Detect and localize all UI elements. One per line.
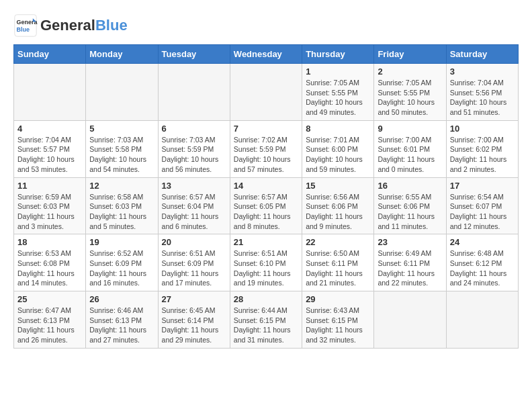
day-info: Sunrise: 7:05 AM Sunset: 5:55 PM Dayligh… (306, 78, 370, 118)
day-cell: 8Sunrise: 7:01 AM Sunset: 6:00 PM Daylig… (302, 120, 374, 177)
day-info: Sunrise: 7:04 AM Sunset: 5:56 PM Dayligh… (450, 78, 515, 118)
day-info: Sunrise: 6:44 AM Sunset: 6:15 PM Dayligh… (234, 306, 298, 345)
day-info: Sunrise: 6:47 AM Sunset: 6:13 PM Dayligh… (17, 306, 82, 345)
logo: General Blue GeneralBlue (13, 13, 128, 38)
logo-icon: General Blue (13, 13, 38, 38)
day-cell: 5Sunrise: 7:03 AM Sunset: 5:58 PM Daylig… (86, 120, 158, 177)
day-info: Sunrise: 7:03 AM Sunset: 5:58 PM Dayligh… (89, 135, 154, 175)
week-row-1: 1Sunrise: 7:05 AM Sunset: 5:55 PM Daylig… (14, 64, 519, 121)
day-info: Sunrise: 7:01 AM Sunset: 6:00 PM Dayligh… (306, 135, 370, 175)
day-number: 19 (89, 237, 154, 247)
calendar-body: 1Sunrise: 7:05 AM Sunset: 5:55 PM Daylig… (14, 64, 519, 349)
day-cell: 14Sunrise: 6:57 AM Sunset: 6:05 PM Dayli… (230, 177, 302, 234)
day-number: 11 (17, 181, 82, 191)
day-number: 5 (89, 124, 154, 134)
day-number: 4 (17, 124, 82, 134)
header-cell-monday: Monday (86, 45, 158, 64)
day-info: Sunrise: 7:00 AM Sunset: 6:02 PM Dayligh… (450, 135, 515, 175)
day-number: 3 (450, 66, 515, 77)
header-cell-thursday: Thursday (302, 45, 374, 64)
day-cell: 29Sunrise: 6:43 AM Sunset: 6:15 PM Dayli… (302, 291, 374, 349)
header-row: SundayMondayTuesdayWednesdayThursdayFrid… (14, 45, 519, 64)
day-number: 16 (378, 181, 442, 191)
day-cell: 9Sunrise: 7:00 AM Sunset: 6:01 PM Daylig… (374, 120, 446, 177)
day-cell: 28Sunrise: 6:44 AM Sunset: 6:15 PM Dayli… (230, 291, 302, 349)
header-cell-friday: Friday (374, 45, 446, 64)
day-number: 17 (450, 181, 515, 191)
day-cell: 19Sunrise: 6:52 AM Sunset: 6:09 PM Dayli… (86, 234, 158, 291)
day-number: 12 (89, 181, 154, 191)
day-cell (158, 64, 230, 121)
day-number: 6 (162, 124, 226, 134)
day-cell: 21Sunrise: 6:51 AM Sunset: 6:10 PM Dayli… (230, 234, 302, 291)
calendar-table: SundayMondayTuesdayWednesdayThursdayFrid… (13, 44, 519, 349)
day-number: 20 (162, 237, 226, 247)
header-cell-wednesday: Wednesday (230, 45, 302, 64)
week-row-4: 18Sunrise: 6:53 AM Sunset: 6:08 PM Dayli… (14, 234, 519, 291)
day-cell: 6Sunrise: 7:03 AM Sunset: 5:59 PM Daylig… (158, 120, 230, 177)
day-number: 8 (306, 124, 370, 134)
day-info: Sunrise: 6:56 AM Sunset: 6:06 PM Dayligh… (306, 192, 370, 232)
day-cell (374, 291, 446, 349)
calendar-header: SundayMondayTuesdayWednesdayThursdayFrid… (14, 45, 519, 64)
day-cell: 7Sunrise: 7:02 AM Sunset: 5:59 PM Daylig… (230, 120, 302, 177)
day-cell (14, 64, 86, 121)
day-info: Sunrise: 7:04 AM Sunset: 5:57 PM Dayligh… (17, 135, 82, 175)
page-header: General Blue GeneralBlue (13, 13, 519, 38)
day-number: 7 (234, 124, 298, 134)
week-row-2: 4Sunrise: 7:04 AM Sunset: 5:57 PM Daylig… (14, 120, 519, 177)
day-cell: 23Sunrise: 6:49 AM Sunset: 6:11 PM Dayli… (374, 234, 446, 291)
day-cell (86, 64, 158, 121)
day-cell: 13Sunrise: 6:57 AM Sunset: 6:04 PM Dayli… (158, 177, 230, 234)
day-info: Sunrise: 6:52 AM Sunset: 6:09 PM Dayligh… (89, 248, 154, 288)
day-cell: 2Sunrise: 7:05 AM Sunset: 5:55 PM Daylig… (374, 64, 446, 121)
day-number: 29 (306, 294, 370, 304)
day-cell: 20Sunrise: 6:51 AM Sunset: 6:09 PM Dayli… (158, 234, 230, 291)
day-cell: 3Sunrise: 7:04 AM Sunset: 5:56 PM Daylig… (446, 64, 518, 121)
day-cell: 24Sunrise: 6:48 AM Sunset: 6:12 PM Dayli… (446, 234, 518, 291)
day-info: Sunrise: 6:57 AM Sunset: 6:04 PM Dayligh… (162, 192, 226, 232)
day-number: 2 (378, 66, 442, 77)
day-cell: 1Sunrise: 7:05 AM Sunset: 5:55 PM Daylig… (302, 64, 374, 121)
day-number: 27 (162, 294, 226, 304)
day-cell: 12Sunrise: 6:58 AM Sunset: 6:03 PM Dayli… (86, 177, 158, 234)
day-info: Sunrise: 6:51 AM Sunset: 6:09 PM Dayligh… (162, 248, 226, 288)
day-info: Sunrise: 6:53 AM Sunset: 6:08 PM Dayligh… (17, 248, 82, 288)
day-cell: 22Sunrise: 6:50 AM Sunset: 6:11 PM Dayli… (302, 234, 374, 291)
day-number: 13 (162, 181, 226, 191)
day-number: 25 (17, 294, 82, 304)
day-cell: 26Sunrise: 6:46 AM Sunset: 6:13 PM Dayli… (86, 291, 158, 349)
day-info: Sunrise: 7:00 AM Sunset: 6:01 PM Dayligh… (378, 135, 442, 175)
day-number: 21 (234, 237, 298, 247)
day-info: Sunrise: 6:48 AM Sunset: 6:12 PM Dayligh… (450, 248, 515, 288)
day-info: Sunrise: 6:58 AM Sunset: 6:03 PM Dayligh… (89, 192, 154, 232)
day-number: 26 (89, 294, 154, 304)
header-cell-tuesday: Tuesday (158, 45, 230, 64)
day-info: Sunrise: 6:49 AM Sunset: 6:11 PM Dayligh… (378, 248, 442, 288)
day-number: 14 (234, 181, 298, 191)
week-row-5: 25Sunrise: 6:47 AM Sunset: 6:13 PM Dayli… (14, 291, 519, 349)
day-cell: 10Sunrise: 7:00 AM Sunset: 6:02 PM Dayli… (446, 120, 518, 177)
day-cell: 18Sunrise: 6:53 AM Sunset: 6:08 PM Dayli… (14, 234, 86, 291)
day-info: Sunrise: 7:03 AM Sunset: 5:59 PM Dayligh… (162, 135, 226, 175)
day-number: 10 (450, 124, 515, 134)
week-row-3: 11Sunrise: 6:59 AM Sunset: 6:03 PM Dayli… (14, 177, 519, 234)
day-number: 24 (450, 237, 515, 247)
svg-text:Blue: Blue (17, 26, 30, 33)
day-cell (446, 291, 518, 349)
day-cell (230, 64, 302, 121)
day-info: Sunrise: 6:43 AM Sunset: 6:15 PM Dayligh… (306, 306, 370, 345)
day-info: Sunrise: 6:46 AM Sunset: 6:13 PM Dayligh… (89, 306, 154, 345)
day-number: 22 (306, 237, 370, 247)
day-cell: 16Sunrise: 6:55 AM Sunset: 6:06 PM Dayli… (374, 177, 446, 234)
day-number: 28 (234, 294, 298, 304)
day-number: 23 (378, 237, 442, 247)
day-info: Sunrise: 6:51 AM Sunset: 6:10 PM Dayligh… (234, 248, 298, 288)
header-cell-saturday: Saturday (446, 45, 518, 64)
day-cell: 4Sunrise: 7:04 AM Sunset: 5:57 PM Daylig… (14, 120, 86, 177)
day-info: Sunrise: 6:59 AM Sunset: 6:03 PM Dayligh… (17, 192, 82, 232)
day-info: Sunrise: 6:45 AM Sunset: 6:14 PM Dayligh… (162, 306, 226, 345)
day-cell: 15Sunrise: 6:56 AM Sunset: 6:06 PM Dayli… (302, 177, 374, 234)
day-cell: 27Sunrise: 6:45 AM Sunset: 6:14 PM Dayli… (158, 291, 230, 349)
day-cell: 25Sunrise: 6:47 AM Sunset: 6:13 PM Dayli… (14, 291, 86, 349)
